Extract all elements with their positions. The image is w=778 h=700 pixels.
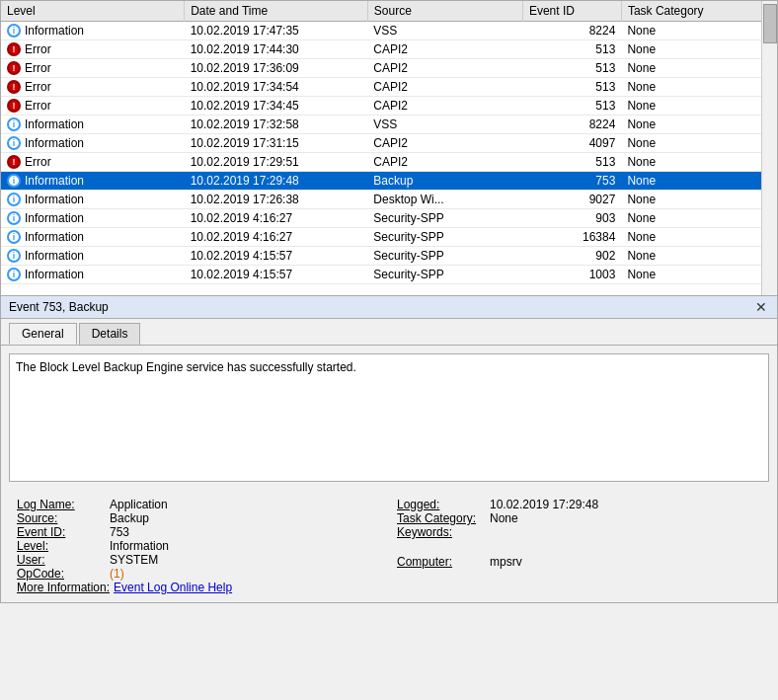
source-value: Backup xyxy=(110,511,149,525)
field-source: Source: Backup xyxy=(17,511,381,525)
cell-eventid: 513 xyxy=(522,78,621,97)
moreinfo-link[interactable]: Event Log Online Help xyxy=(114,581,232,594)
cell-eventid: 9027 xyxy=(522,191,621,209)
table-row[interactable]: ! Error 10.02.2019 17:44:30 CAPI2 513 No… xyxy=(1,40,777,59)
scrollbar-thumb[interactable] xyxy=(763,4,777,43)
source-label: Source: xyxy=(17,511,106,525)
field-logged: Logged: 10.02.2019 17:29:48 xyxy=(397,498,761,511)
cell-datetime: 10.02.2019 17:36:09 xyxy=(185,59,368,78)
cell-eventid: 513 xyxy=(522,153,621,172)
table-row[interactable]: i Information 10.02.2019 17:47:35 VSS 82… xyxy=(1,22,777,40)
level-text: Error xyxy=(25,155,51,169)
cell-level: i Information xyxy=(1,209,185,228)
logname-value: Application xyxy=(110,498,168,511)
col-header-datetime: Date and Time xyxy=(185,1,368,22)
cell-taskcategory: None xyxy=(621,172,776,191)
cell-datetime: 10.02.2019 17:31:15 xyxy=(185,134,368,153)
cell-taskcategory: None xyxy=(621,59,776,78)
table-row[interactable]: i Information 10.02.2019 17:26:38 Deskto… xyxy=(1,191,777,209)
table-row[interactable]: i Information 10.02.2019 17:32:58 VSS 82… xyxy=(1,116,777,134)
field-taskcategory: Task Category: None xyxy=(397,511,761,525)
detail-title: Event 753, Backup xyxy=(9,300,109,314)
cell-taskcategory: None xyxy=(621,191,776,209)
cell-datetime: 10.02.2019 4:15:57 xyxy=(185,247,368,266)
cell-source: Security-SPP xyxy=(367,247,522,266)
tab-general[interactable]: General xyxy=(9,323,77,345)
table-row[interactable]: i Information 10.02.2019 4:15:57 Securit… xyxy=(1,266,777,284)
user-label: User: xyxy=(17,553,106,567)
cell-level: ! Error xyxy=(1,40,185,59)
level-text: Information xyxy=(25,211,84,225)
level-text: Error xyxy=(25,99,51,113)
computer-value: mpsrv xyxy=(490,555,522,569)
field-moreinfo: More Information: Event Log Online Help xyxy=(17,581,381,594)
cell-eventid: 513 xyxy=(522,59,621,78)
table-row[interactable]: i Information 10.02.2019 17:31:15 CAPI2 … xyxy=(1,134,777,153)
level-text: Information xyxy=(25,249,84,263)
cell-source: Security-SPP xyxy=(367,228,522,247)
cell-datetime: 10.02.2019 4:16:27 xyxy=(185,209,368,228)
cell-source: VSS xyxy=(367,116,522,134)
cell-source: CAPI2 xyxy=(367,40,522,59)
cell-source: CAPI2 xyxy=(367,134,522,153)
cell-level: ! Error xyxy=(1,59,185,78)
info-icon: i xyxy=(7,136,21,150)
cell-datetime: 10.02.2019 17:29:48 xyxy=(185,172,368,191)
cell-eventid: 513 xyxy=(522,40,621,59)
cell-source: Security-SPP xyxy=(367,266,522,284)
taskcategory-label: Task Category: xyxy=(397,511,486,525)
level-text: Error xyxy=(25,42,51,56)
level-label: Level: xyxy=(17,539,106,553)
cell-level: i Information xyxy=(1,191,185,209)
cell-source: CAPI2 xyxy=(367,59,522,78)
close-button[interactable]: ✕ xyxy=(753,300,769,314)
table-row[interactable]: i Information 10.02.2019 4:16:27 Securit… xyxy=(1,209,777,228)
cell-datetime: 10.02.2019 17:34:54 xyxy=(185,78,368,97)
cell-source: VSS xyxy=(367,22,522,40)
message-box: The Block Level Backup Engine service ha… xyxy=(9,353,769,482)
cell-datetime: 10.02.2019 4:15:57 xyxy=(185,266,368,284)
error-icon: ! xyxy=(7,42,21,56)
level-text: Information xyxy=(25,136,84,150)
info-icon: i xyxy=(7,230,21,244)
table-row[interactable]: ! Error 10.02.2019 17:36:09 CAPI2 513 No… xyxy=(1,59,777,78)
cell-datetime: 10.02.2019 17:47:35 xyxy=(185,22,368,40)
table-row[interactable]: ! Error 10.02.2019 17:34:54 CAPI2 513 No… xyxy=(1,78,777,97)
logged-value: 10.02.2019 17:29:48 xyxy=(490,498,598,511)
cell-taskcategory: None xyxy=(621,153,776,172)
cell-taskcategory: None xyxy=(621,134,776,153)
info-icon: i xyxy=(7,117,21,131)
level-text: Information xyxy=(25,230,84,244)
level-text: Information xyxy=(25,117,84,131)
table-row[interactable]: i Information 10.02.2019 4:16:27 Securit… xyxy=(1,228,777,247)
info-icon: i xyxy=(7,249,21,263)
scrollbar-track[interactable] xyxy=(761,1,777,296)
logged-label: Logged: xyxy=(397,498,486,511)
tab-details[interactable]: Details xyxy=(79,323,141,345)
cell-eventid: 8224 xyxy=(522,22,621,40)
level-text: Information xyxy=(25,268,84,281)
cell-level: ! Error xyxy=(1,153,185,172)
cell-datetime: 10.02.2019 17:32:58 xyxy=(185,116,368,134)
cell-level: ! Error xyxy=(1,78,185,97)
event-table: Level Date and Time Source Event ID Task… xyxy=(1,1,777,284)
table-row[interactable]: ! Error 10.02.2019 17:29:51 CAPI2 513 No… xyxy=(1,153,777,172)
cell-level: i Information xyxy=(1,116,185,134)
field-keywords: Keywords: xyxy=(397,525,761,539)
table-row[interactable]: ! Error 10.02.2019 17:34:45 CAPI2 513 No… xyxy=(1,97,777,116)
cell-source: CAPI2 xyxy=(367,97,522,116)
eventid-label: Event ID: xyxy=(17,525,106,539)
cell-eventid: 4097 xyxy=(522,134,621,153)
cell-eventid: 753 xyxy=(522,172,621,191)
cell-eventid: 902 xyxy=(522,247,621,266)
cell-source: CAPI2 xyxy=(367,78,522,97)
table-row[interactable]: i Information 10.02.2019 4:15:57 Securit… xyxy=(1,247,777,266)
event-list-panel: Level Date and Time Source Event ID Task… xyxy=(0,0,778,296)
error-icon: ! xyxy=(7,99,21,113)
cell-taskcategory: None xyxy=(621,22,776,40)
cell-taskcategory: None xyxy=(621,78,776,97)
table-row[interactable]: i Information 10.02.2019 17:29:48 Backup… xyxy=(1,172,777,191)
cell-eventid: 16384 xyxy=(522,228,621,247)
field-user: User: SYSTEM xyxy=(17,553,381,567)
cell-level: i Information xyxy=(1,247,185,266)
